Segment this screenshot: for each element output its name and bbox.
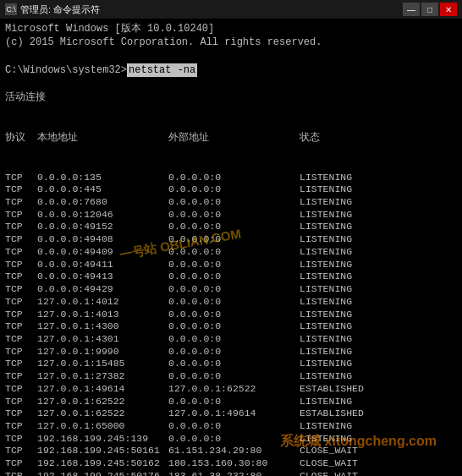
cmd-area: Microsoft Windows [版本 10.0.10240] (c) 20… bbox=[0, 19, 462, 476]
col-state: 状态 bbox=[300, 132, 457, 145]
cell-local: 127.0.0.1:9990 bbox=[37, 346, 168, 358]
cell-local: 0.0.0.0:7680 bbox=[37, 196, 168, 209]
cell-proto: TCP bbox=[5, 209, 37, 222]
table-row: TCP127.0.0.1:43010.0.0.0:0LISTENING bbox=[5, 333, 457, 346]
cell-foreign: 0.0.0.0:0 bbox=[168, 296, 300, 309]
cell-foreign: 127.0.0.1:49614 bbox=[168, 408, 300, 420]
cell-proto: TCP bbox=[5, 183, 37, 196]
cell-foreign: 0.0.0.0:0 bbox=[168, 196, 300, 209]
cell-proto: TCP bbox=[5, 172, 37, 184]
minimize-button[interactable]: — bbox=[403, 3, 420, 16]
cell-foreign: 0.0.0.0:0 bbox=[168, 358, 300, 370]
table-row: TCP0.0.0.0:494110.0.0.0:0LISTENING bbox=[5, 259, 457, 271]
maximize-button[interactable]: □ bbox=[421, 3, 438, 16]
cell-state: LISTENING bbox=[300, 209, 457, 222]
table-row: TCP127.0.0.1:49614127.0.0.1:62522ESTABLI… bbox=[5, 383, 457, 396]
cell-local: 0.0.0.0:12046 bbox=[37, 209, 168, 222]
cell-proto: TCP bbox=[5, 457, 37, 470]
col-local: 本地地址 bbox=[37, 132, 168, 145]
table-row: TCP0.0.0.0:120460.0.0.0:0LISTENING bbox=[5, 209, 457, 222]
cell-proto: TCP bbox=[5, 246, 37, 259]
cell-proto: TCP bbox=[5, 445, 37, 457]
cell-local: 0.0.0.0:445 bbox=[37, 183, 168, 196]
cell-state: LISTENING bbox=[300, 433, 457, 446]
cell-foreign: 0.0.0.0:0 bbox=[168, 183, 300, 196]
col-proto: 协议 bbox=[5, 132, 37, 145]
table-row: TCP127.0.0.1:273820.0.0.0:0LISTENING bbox=[5, 370, 457, 383]
cell-foreign: 0.0.0.0:0 bbox=[168, 420, 300, 433]
table-row: TCP0.0.0.0:494080.0.0.0:0LISTENING bbox=[5, 233, 457, 246]
cell-state: LISTENING bbox=[300, 196, 457, 209]
table-row: TCP127.0.0.1:43000.0.0.0:0LISTENING bbox=[5, 320, 457, 333]
table-row: TCP192.168.199.245:1390.0.0.0:0LISTENING bbox=[5, 433, 457, 446]
cell-foreign: 61.151.234.29:80 bbox=[168, 445, 300, 457]
command-input[interactable]: netstat -na bbox=[127, 63, 197, 77]
cell-state: LISTENING bbox=[300, 283, 457, 296]
prompt-text: C:\Windows\system32> bbox=[5, 63, 127, 77]
cell-proto: TCP bbox=[5, 370, 37, 383]
cell-local: 127.0.0.1:65000 bbox=[37, 420, 168, 433]
cell-proto: TCP bbox=[5, 396, 37, 408]
cell-state: LISTENING bbox=[300, 420, 457, 433]
cell-foreign: 0.0.0.0:0 bbox=[168, 259, 300, 271]
close-button[interactable]: ✕ bbox=[440, 3, 457, 16]
cell-proto: TCP bbox=[5, 383, 37, 396]
cell-state: LISTENING bbox=[300, 309, 457, 321]
netstat-table: TCP0.0.0.0:1350.0.0.0:0LISTENINGTCP0.0.0… bbox=[5, 172, 457, 476]
cell-proto: TCP bbox=[5, 408, 37, 420]
cell-local: 192.168.199.245:50162 bbox=[37, 457, 168, 470]
table-row: TCP0.0.0.0:494290.0.0.0:0LISTENING bbox=[5, 283, 457, 296]
cell-foreign: 0.0.0.0:0 bbox=[168, 271, 300, 283]
cell-local: 127.0.0.1:15485 bbox=[37, 358, 168, 370]
cell-proto: TCP bbox=[5, 221, 37, 233]
cell-local: 0.0.0.0:49152 bbox=[37, 221, 168, 233]
table-row: TCP0.0.0.0:76800.0.0.0:0LISTENING bbox=[5, 196, 457, 209]
cell-proto: TCP bbox=[5, 296, 37, 309]
cell-local: 192.168.199.245:139 bbox=[37, 433, 168, 446]
table-row: TCP127.0.0.1:625220.0.0.0:0LISTENING bbox=[5, 396, 457, 408]
cell-proto: TCP bbox=[5, 420, 37, 433]
cell-local: 192.168.199.245:50161 bbox=[37, 445, 168, 457]
terminal-icon: C:\ bbox=[5, 3, 17, 15]
cell-state: LISTENING bbox=[300, 370, 457, 383]
cell-state: LISTENING bbox=[300, 172, 457, 184]
table-row: TCP127.0.0.1:62522127.0.0.1:49614ESTABLI… bbox=[5, 408, 457, 420]
cell-foreign: 0.0.0.0:0 bbox=[168, 283, 300, 296]
cell-local: 127.0.0.1:4013 bbox=[37, 309, 168, 321]
cell-foreign: 0.0.0.0:0 bbox=[168, 209, 300, 222]
cell-foreign: 0.0.0.0:0 bbox=[168, 172, 300, 184]
cell-proto: TCP bbox=[5, 309, 37, 321]
table-row: TCP192.168.199.245:5016161.151.234.29:80… bbox=[5, 445, 457, 457]
table-row: TCP0.0.0.0:491520.0.0.0:0LISTENING bbox=[5, 221, 457, 233]
cell-state: CLOSE_WAIT bbox=[300, 457, 457, 470]
cell-state: LISTENING bbox=[300, 221, 457, 233]
cell-foreign: 0.0.0.0:0 bbox=[168, 246, 300, 259]
cell-proto: TCP bbox=[5, 433, 37, 446]
table-row: TCP127.0.0.1:40120.0.0.0:0LISTENING bbox=[5, 296, 457, 309]
cell-state: LISTENING bbox=[300, 271, 457, 283]
cell-foreign: 0.0.0.0:0 bbox=[168, 396, 300, 408]
cell-local: 127.0.0.1:4300 bbox=[37, 320, 168, 333]
cell-foreign: 180.153.160.30:80 bbox=[168, 457, 300, 470]
cell-state: LISTENING bbox=[300, 358, 457, 370]
cell-proto: TCP bbox=[5, 470, 37, 476]
cell-state: LISTENING bbox=[300, 259, 457, 271]
cell-local: 127.0.0.1:49614 bbox=[37, 383, 168, 396]
cell-proto: TCP bbox=[5, 333, 37, 346]
table-row: TCP0.0.0.0:494090.0.0.0:0LISTENING bbox=[5, 246, 457, 259]
column-headers: 协议 本地地址 外部地址 状态 bbox=[5, 104, 457, 171]
col-foreign: 外部地址 bbox=[168, 132, 300, 145]
cell-local: 127.0.0.1:62522 bbox=[37, 396, 168, 408]
cell-foreign: 0.0.0.0:0 bbox=[168, 309, 300, 321]
cell-foreign: 0.0.0.0:0 bbox=[168, 320, 300, 333]
cell-state: LISTENING bbox=[300, 396, 457, 408]
table-row: TCP127.0.0.1:40130.0.0.0:0LISTENING bbox=[5, 309, 457, 321]
cell-local: 192.168.199.245:50176 bbox=[37, 470, 168, 476]
cell-state: LISTENING bbox=[300, 246, 457, 259]
table-row: TCP127.0.0.1:650000.0.0.0:0LISTENING bbox=[5, 420, 457, 433]
cell-state: ESTABLISHED bbox=[300, 408, 457, 420]
cell-foreign: 0.0.0.0:0 bbox=[168, 346, 300, 358]
cell-state: LISTENING bbox=[300, 183, 457, 196]
cell-local: 0.0.0.0:49411 bbox=[37, 259, 168, 271]
cell-state: LISTENING bbox=[300, 233, 457, 246]
